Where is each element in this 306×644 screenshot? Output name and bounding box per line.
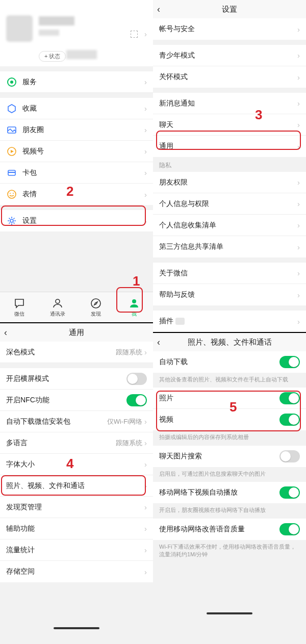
moments-icon — [6, 124, 17, 136]
back-button[interactable]: ‹ — [4, 323, 7, 342]
row-label: 帐号与安全 — [159, 24, 297, 34]
row-dark-mode[interactable]: 深色模式 跟随系统 › — [0, 342, 153, 363]
toggle-mobile-play[interactable] — [279, 486, 300, 499]
row-account-security[interactable]: 帐号与安全 › — [153, 18, 306, 40]
row-plugins[interactable]: 插件 › — [153, 311, 306, 332]
row-mobile-play[interactable]: 移动网络下视频自动播放 — [153, 482, 306, 503]
toggle-photo[interactable] — [279, 392, 300, 404]
svg-point-6 — [8, 190, 16, 198]
row-services[interactable]: 服务 › — [0, 71, 153, 93]
svg-point-1 — [10, 81, 13, 84]
row-value: 仅Wi-Fi网络 — [107, 417, 142, 426]
row-label: 第三方信息共享清单 — [159, 242, 297, 251]
status-pill[interactable]: + 状态 — [39, 51, 66, 62]
gear-icon — [6, 215, 17, 226]
row-settings[interactable]: 设置 › — [0, 210, 153, 231]
home-indicator — [153, 608, 306, 619]
row-assist[interactable]: 辅助功能 › — [0, 518, 153, 539]
profile-header[interactable]: › + 状态 — [0, 0, 153, 66]
tab-label: 发现 — [91, 311, 101, 318]
row-auto-download[interactable]: 自动下载 — [153, 351, 306, 373]
row-label: 多语言 — [6, 439, 116, 448]
note-auto-download: 其他设备查看的照片、视频和文件在手机上自动下载 — [153, 373, 306, 388]
row-auto-download[interactable]: 自动下载微信安装包 仅Wi-Fi网络 › — [0, 411, 153, 432]
tab-contacts[interactable]: 通讯录 — [38, 292, 76, 322]
row-label: 辅助功能 — [6, 524, 144, 533]
row-language[interactable]: 多语言 跟随系统 › — [0, 432, 153, 454]
row-label: 聊天 — [159, 120, 297, 130]
row-favorites[interactable]: 收藏 › — [0, 98, 153, 119]
toggle-voice-quality[interactable] — [279, 523, 300, 535]
bottom-tab-bar: 微信 通讯录 发现 我 — [0, 292, 153, 322]
tab-discover[interactable]: 发现 — [76, 292, 115, 322]
section-header-privacy: 隐私 — [153, 157, 306, 172]
svg-point-10 — [56, 299, 60, 303]
chevron-right-icon: › — [144, 439, 147, 447]
toggle-auto-download[interactable] — [279, 356, 300, 368]
row-video[interactable]: 视频 — [153, 409, 306, 430]
row-voice-quality[interactable]: 使用移动网络改善语音质量 — [153, 519, 306, 540]
back-button[interactable]: ‹ — [157, 0, 160, 18]
row-img-search[interactable]: 聊天图片搜索 — [153, 446, 306, 467]
row-label: 青少年模式 — [159, 51, 297, 60]
chevron-right-icon: › — [297, 142, 300, 151]
row-teen-mode[interactable]: 青少年模式 › — [153, 45, 306, 66]
svg-point-8 — [13, 193, 14, 194]
svg-point-9 — [10, 219, 13, 222]
row-label: 设置 — [22, 216, 144, 225]
row-label: 插件 — [159, 317, 297, 326]
row-cards[interactable]: 卡包 › — [0, 162, 153, 184]
tab-chat[interactable]: 微信 — [0, 292, 38, 322]
chevron-right-icon: › — [297, 120, 300, 129]
toggle-video[interactable] — [279, 414, 300, 426]
row-label: 使用移动网络改善语音质量 — [159, 525, 279, 534]
row-traffic[interactable]: 流量统计 › — [0, 539, 153, 561]
note-save: 拍摄或编辑后的内容保存到系统相册 — [153, 430, 306, 445]
row-stickers[interactable]: 表情 › — [0, 184, 153, 205]
row-notifications[interactable]: 新消息通知 › — [153, 93, 306, 114]
note-img-search: 启用后，可通过图片信息搜索聊天中的图片 — [153, 467, 306, 482]
row-care-mode[interactable]: 关怀模式 › — [153, 66, 306, 88]
row-label: 照片 — [159, 394, 279, 403]
row-moments[interactable]: 朋友圈 › — [0, 119, 153, 141]
chevron-right-icon: › — [144, 481, 147, 490]
svg-point-11 — [91, 299, 100, 308]
row-about[interactable]: 关于微信 › — [153, 263, 306, 284]
row-help[interactable]: 帮助与反馈 › — [153, 284, 306, 305]
row-channels[interactable]: 视频号 › — [0, 141, 153, 162]
home-indicator — [0, 623, 153, 633]
row-info-collect[interactable]: 个人信息收集清单 › — [153, 215, 306, 236]
row-label: 照片、视频、文件和通话 — [6, 481, 144, 491]
row-discover-mgmt[interactable]: 发现页管理 › — [0, 497, 153, 518]
chat-icon — [13, 297, 26, 310]
toggle-nfc[interactable] — [126, 394, 147, 406]
row-label: 个人信息收集清单 — [159, 221, 297, 230]
row-media-files[interactable]: 照片、视频、文件和通话 › — [0, 475, 153, 497]
row-general[interactable]: 通用 › — [153, 136, 306, 157]
cards-icon — [6, 167, 17, 178]
toggle-landscape[interactable] — [126, 373, 147, 385]
row-personal-info[interactable]: 个人信息与权限 › — [153, 193, 306, 215]
row-chat[interactable]: 聊天 › — [153, 114, 306, 136]
row-font-size[interactable]: 字体大小 › — [0, 454, 153, 475]
row-thirdparty[interactable]: 第三方信息共享清单 › — [153, 236, 306, 257]
back-button[interactable]: ‹ — [157, 333, 160, 351]
me-icon — [128, 297, 140, 310]
note-mobile-play: 开启后，朋友圈视频在移动网络下自动播放 — [153, 503, 306, 518]
tab-label: 我 — [132, 311, 137, 318]
row-landscape[interactable]: 开启横屏模式 — [0, 368, 153, 390]
row-friends-perm[interactable]: 朋友权限 › — [153, 172, 306, 193]
chevron-right-icon: › — [297, 291, 300, 299]
toggle-img-search[interactable] — [279, 450, 300, 462]
row-label: 新消息通知 — [159, 99, 297, 108]
row-storage[interactable]: 存储空间 › — [0, 561, 153, 582]
row-label: 开启横屏模式 — [6, 374, 126, 383]
tab-label: 通讯录 — [50, 311, 65, 318]
row-label: 帮助与反馈 — [159, 290, 297, 299]
chevron-right-icon: › — [144, 147, 147, 156]
row-photo[interactable]: 照片 — [153, 388, 306, 409]
tab-me[interactable]: 我 — [115, 292, 153, 322]
qr-icon[interactable] — [131, 31, 138, 38]
row-nfc[interactable]: 开启NFC功能 — [0, 390, 153, 411]
svg-point-12 — [132, 299, 136, 303]
